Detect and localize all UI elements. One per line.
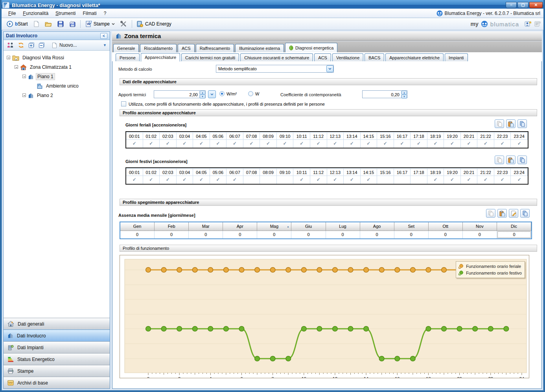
hour-check-cell-01:02[interactable]: ✓ [143,176,160,184]
hour-check-cell-10:11[interactable]: ✓ [293,140,310,148]
hour-check-cell-18:19[interactable]: ✓ [427,140,444,148]
tab-raffrescamento[interactable]: Raffrescamento [196,44,234,52]
bstart-button[interactable]: bStart [4,20,31,28]
month-value-feb[interactable]: 0 [155,231,189,238]
org-tree-icon[interactable] [7,42,14,48]
coefficiente-input[interactable]: 0,20 ▲▼ [362,90,407,98]
tab-diagnosi-energetica[interactable]: Diagnosi energetica [285,43,337,52]
hour-check-cell-17:18[interactable]: ✓ [411,140,427,148]
new-button[interactable] [31,20,42,28]
tab-generale[interactable]: Generale [113,44,139,52]
month-value-giu[interactable]: 0 [291,231,326,238]
hour-check-cell-12:13[interactable]: ✓ [327,176,344,184]
month-value-mar[interactable]: 0 [189,231,223,238]
hour-check-cell-01:02[interactable]: ✓ [143,140,160,148]
subtab-ventilazione[interactable]: Ventilazione [332,53,363,61]
hour-check-cell-07:08[interactable] [243,176,260,184]
tab-illuminazione-esterna[interactable]: Illuminazione esterna [235,44,284,52]
hour-check-cell-22:23[interactable]: ✓ [494,140,511,148]
subtab-chiusure-oscuranti-e-schermature[interactable]: Chiusure oscuranti e schermature [240,53,313,61]
sidebar-item-stampe[interactable]: Stampe [4,365,110,377]
subtab-carichi-termici-non-gratuiti[interactable]: Carichi termici non gratuiti [181,53,239,61]
month-header-mag[interactable]: Mag▲ [257,222,291,231]
hour-check-cell-22:23[interactable]: ✓ [494,176,511,184]
tab-riscaldamento[interactable]: Riscaldamento [140,44,177,52]
hour-check-cell-05:06[interactable]: ✓ [210,176,227,184]
user-add-icon[interactable] [525,21,532,27]
copy-pages-button[interactable] [517,119,527,128]
paste-button[interactable] [506,119,516,128]
hour-check-cell-10:11[interactable]: ✓ [293,176,310,184]
subtab-impianti[interactable]: Impianti [445,53,468,61]
hour-check-cell-06:07[interactable]: ✓ [226,140,243,148]
month-value-mag[interactable]: 0 [257,231,291,238]
sidebar-item-archivi-di-base[interactable]: Archivi di base [4,377,110,388]
month-header-gen[interactable]: Gen [120,222,155,231]
radio-w-circle[interactable] [248,91,253,96]
hour-check-cell-14:15[interactable]: ✓ [361,176,377,184]
tree-node-diagnosi-villa-rossi[interactable]: Diagnosi Villa Rossi [4,53,110,62]
hour-check-cell-20:21[interactable]: ✓ [461,176,478,184]
subtab-apparecchiature-elettriche[interactable]: Apparecchiature elettriche [385,53,444,61]
month-value-gen[interactable]: 0 [120,231,155,238]
paste-button[interactable] [497,209,507,218]
hour-check-cell-09:10[interactable] [277,176,294,184]
month-value-set[interactable]: 0 [394,231,429,238]
usa-profili-presenza-checkbox[interactable] [121,101,126,106]
hour-check-cell-21:22[interactable]: ✓ [477,140,494,148]
metodo-calcolo-select[interactable]: Metodo semplificato [216,65,334,73]
radio-wm2-circle[interactable] [219,91,225,96]
copy-button[interactable] [495,119,504,128]
month-header-apr[interactable]: Apr [223,222,257,231]
copy-button[interactable] [486,209,495,218]
month-header-dic[interactable]: Dic [497,222,531,231]
copy-button[interactable] [495,156,504,164]
tree-expander-icon[interactable] [15,64,20,70]
month-value-apr[interactable]: 0 [223,231,257,238]
hour-check-cell-17:18[interactable] [411,176,427,184]
hour-check-cell-03:04[interactable]: ✓ [177,140,193,148]
month-header-set[interactable]: Set [394,222,429,231]
hour-check-cell-08:09[interactable]: ✓ [260,140,277,148]
refresh-icon[interactable] [18,42,24,48]
month-header-ago[interactable]: Ago [360,222,394,231]
tree-toolbar-dropdown[interactable]: ▼ [103,43,107,47]
hour-check-cell-06:07[interactable]: ✓ [226,176,243,184]
hour-check-cell-12:13[interactable]: ✓ [327,140,344,148]
hour-check-cell-11:12[interactable]: ✓ [310,140,327,148]
month-header-giu[interactable]: Giu [291,222,326,231]
save-as-button[interactable] [66,20,78,28]
hour-check-cell-09:10[interactable]: ✓ [277,140,294,148]
expand-all-icon[interactable] [28,42,35,48]
apporti-spinner[interactable]: ▲▼ [199,91,205,98]
hour-check-cell-11:12[interactable]: ✓ [310,176,327,184]
hour-check-cell-02:03[interactable]: ✓ [160,176,177,184]
subtab-persone[interactable]: Persone [116,53,140,61]
hour-check-cell-19:20[interactable]: ✓ [444,176,461,184]
menu-strumenti[interactable]: Strumenti [52,10,79,17]
spin-down-icon[interactable]: ▼ [200,95,205,99]
hour-check-cell-21:22[interactable]: ✓ [477,176,494,184]
subtab-acs[interactable]: ACS [314,53,331,61]
menu-?[interactable]: ? [100,10,110,17]
hour-check-cell-16:17[interactable] [394,176,411,184]
hour-check-cell-00:01[interactable]: ✓ [126,176,143,184]
hour-check-cell-00:01[interactable]: ✓ [126,140,143,148]
hour-check-cell-13:14[interactable]: ✓ [344,176,361,184]
hour-check-cell-15:16[interactable] [377,176,394,184]
close-button[interactable]: ✕ [529,2,543,8]
minimize-button[interactable]: – [506,2,517,8]
hour-check-cell-04:05[interactable]: ✓ [193,140,210,148]
menu-file[interactable]: File [5,10,19,17]
tree-node-ambiente-unico[interactable]: Ambiente unico [4,81,110,91]
tools-button[interactable] [118,20,130,28]
hour-check-cell-18:19[interactable]: ✓ [427,176,444,184]
tree-node-zona-climatizzata-1[interactable]: Zona Climatizzata 1 [4,62,110,72]
edit-button[interactable] [509,209,518,218]
coefficiente-spinner[interactable]: ▲▼ [401,91,407,98]
apporti-dropdown-button[interactable] [208,90,216,98]
hour-check-cell-08:09[interactable] [260,176,277,184]
copy-pages-button[interactable] [517,156,527,164]
tree-node-piano-2[interactable]: Piano 2 [4,91,110,100]
hour-check-cell-13:14[interactable]: ✓ [344,140,361,148]
